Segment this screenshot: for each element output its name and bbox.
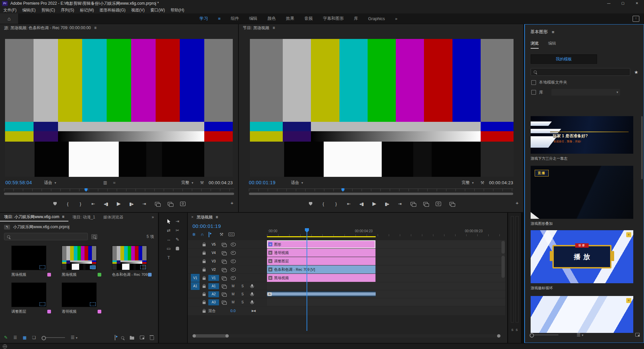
track-lane-v4[interactable]: fx 透明视频	[267, 249, 505, 257]
program-zoom-select[interactable]: 适合 ▾	[291, 180, 303, 186]
template-search-box[interactable]	[531, 68, 630, 76]
program-comparison-view-button[interactable]	[449, 202, 454, 205]
menu-help[interactable]: 帮助(H)	[171, 7, 184, 13]
navigate-up-icon[interactable]: ↰	[4, 225, 10, 230]
sync-lock-toggle[interactable]	[219, 251, 228, 254]
sync-lock-toggle[interactable]	[219, 277, 228, 280]
slip-tool[interactable]: ↔	[164, 235, 173, 244]
item-thumbnail-black-video[interactable]	[11, 246, 46, 270]
program-settings-wrench-icon[interactable]: ⚒	[480, 180, 484, 185]
source-play-button[interactable]: ▶	[116, 201, 121, 207]
source-video-viewport[interactable]	[5, 39, 233, 177]
workspace-tab-learning[interactable]: 学习	[200, 16, 208, 21]
fx-badge[interactable]: fx	[268, 267, 272, 271]
sync-lock-toggle[interactable]	[219, 285, 228, 288]
solo-left-button[interactable]: S	[511, 328, 513, 332]
list-view-button[interactable]: ☰	[13, 335, 17, 340]
timeline-timecode[interactable]: 00:00:01:19	[193, 223, 221, 229]
essential-graphics-menu-icon[interactable]: ≡	[552, 30, 554, 35]
source-goto-in-button[interactable]: ⇤	[91, 201, 96, 206]
timeline-playhead[interactable]	[307, 228, 307, 331]
project-search-box[interactable]	[4, 233, 88, 240]
program-mark-out-button[interactable]: }	[334, 201, 338, 206]
icon-view-button[interactable]: ▦	[23, 335, 26, 340]
source-timecode[interactable]: 00:59:58:04	[5, 180, 32, 185]
source-patch-v1[interactable]: V1	[191, 274, 200, 282]
track-name-v3[interactable]: V3	[208, 258, 219, 264]
label-color-chip[interactable]	[47, 310, 51, 313]
ripple-edit-tool[interactable]: ⇄	[164, 226, 173, 235]
captions-icon[interactable]: CC	[228, 233, 234, 236]
label-color-chip[interactable]	[98, 310, 101, 313]
item-thumbnail-sequence[interactable]	[62, 246, 97, 270]
workspace-tab-color[interactable]: 颜色	[268, 16, 276, 21]
timeline-horizontal-scrollbar[interactable]	[192, 334, 501, 338]
program-quality-select[interactable]: 完整 ▾	[462, 180, 474, 186]
label-color-chip[interactable]	[98, 273, 101, 277]
quick-export-icon[interactable]: ↑	[633, 16, 639, 22]
source-panel-menu-icon[interactable]: ≡	[94, 26, 97, 30]
sync-lock-toggle[interactable]	[219, 293, 228, 296]
source-add-marker-button[interactable]	[53, 202, 57, 206]
fx-badge[interactable]: fx	[268, 259, 272, 263]
list-item[interactable]: ≡ 联赛 播放 游戏徽标循环	[531, 230, 633, 293]
voiceover-record-button[interactable]	[247, 284, 257, 288]
sync-lock-toggle[interactable]	[219, 301, 228, 304]
track-name-a1[interactable]: A1	[208, 283, 219, 289]
track-lane-a2[interactable]: fx	[267, 290, 505, 298]
menu-graphics[interactable]: 图形和标题(G)	[100, 7, 125, 13]
template-thumbnail-overlay[interactable]: 直播	[531, 166, 633, 219]
thumbnail-zoom-slider[interactable]	[42, 337, 65, 338]
track-output-toggle[interactable]	[228, 243, 238, 246]
source-mark-in-button[interactable]: {	[65, 201, 70, 206]
track-output-toggle[interactable]	[228, 251, 238, 255]
workspace-tab-captions[interactable]: 字幕和图形	[323, 16, 344, 21]
workspace-tab-effects[interactable]: 效果	[286, 16, 294, 21]
track-name-v1[interactable]: V1	[208, 275, 219, 281]
track-lane-v5[interactable]: fx 图形	[267, 240, 505, 248]
timeline-tab-label[interactable]: 黑场视频	[197, 214, 213, 220]
track-lane-v2[interactable]: fx 色条和色调 - Rec 709 [V]	[267, 265, 505, 273]
list-item[interactable]: 调整图层	[11, 283, 62, 319]
voiceover-record-button[interactable]	[247, 292, 257, 296]
zoom-handle[interactable]	[497, 334, 500, 338]
find-in-project-icon[interactable]	[91, 234, 97, 239]
menu-markers[interactable]: 标记(M)	[80, 7, 94, 13]
program-video-viewport[interactable]	[250, 39, 514, 177]
track-name-v5[interactable]: V5	[208, 241, 219, 247]
my-templates-button[interactable]: 我的模板	[531, 54, 597, 64]
maximize-button[interactable]: ▢	[616, 0, 630, 7]
type-tool[interactable]: T	[164, 253, 173, 262]
track-lane-v1[interactable]: fx 黑场视频	[267, 274, 505, 282]
item-thumbnail-bars[interactable]	[112, 246, 147, 270]
source-insert-button[interactable]	[155, 202, 159, 205]
razor-tool[interactable]: ✂	[173, 226, 182, 235]
program-extract-button[interactable]	[423, 202, 428, 205]
minimize-button[interactable]: —	[602, 0, 616, 7]
track-lock-toggle[interactable]	[200, 251, 208, 255]
track-output-toggle[interactable]	[228, 276, 238, 280]
local-templates-checkbox[interactable]	[531, 80, 536, 85]
video-tracks-scrollbar[interactable]	[501, 241, 505, 254]
program-zoom-scrollbar[interactable]	[249, 193, 513, 195]
project-panel-menu-icon[interactable]: ≡	[62, 214, 64, 219]
timeline-ruler[interactable]: :00:00 00:00:04:23 00:00:09:23	[267, 228, 500, 236]
track-name-a3[interactable]: A3	[208, 299, 219, 305]
program-add-marker-button[interactable]	[308, 202, 313, 206]
mute-toggle[interactable]: M	[228, 300, 238, 304]
pen-tool[interactable]: ✎	[173, 235, 182, 244]
source-scrub-area[interactable]	[4, 189, 234, 196]
timeline-panel-menu-icon[interactable]: ≡	[216, 215, 218, 219]
clip-graphics[interactable]: fx 图形	[267, 240, 376, 248]
track-output-toggle[interactable]	[228, 268, 238, 271]
source-zoom-scrollbar[interactable]	[4, 193, 234, 195]
clear-button[interactable]	[150, 336, 154, 340]
mute-toggle[interactable]: M	[228, 292, 238, 296]
audio-tracks-scrollbar[interactable]	[501, 256, 505, 278]
source-step-forward-button[interactable]: ▮▸	[129, 201, 134, 206]
workspace-tab-graphics[interactable]: Graphics	[368, 16, 385, 21]
clip-transparent-video[interactable]: fx 透明视频	[267, 249, 376, 257]
clip-bars-and-tone[interactable]: fx 色条和色调 - Rec 709 [V]	[267, 265, 376, 273]
track-lock-toggle[interactable]	[200, 268, 208, 271]
track-select-forward-tool[interactable]: ⇥	[173, 217, 182, 226]
